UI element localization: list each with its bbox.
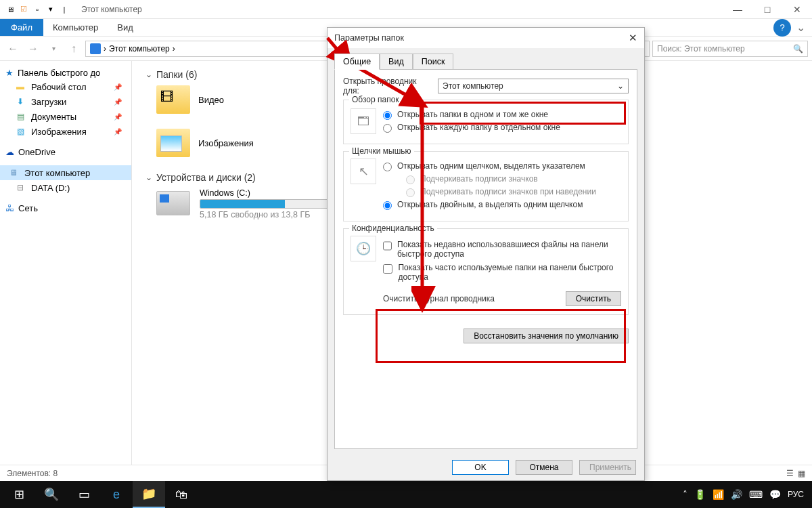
- radio-new-window[interactable]: Открывать каждую папку в отдельном окне: [383, 123, 621, 133]
- sidebar-item-onedrive[interactable]: ☁OneDrive: [0, 146, 131, 158]
- desktop-icon: ▬: [15, 81, 26, 92]
- dialog-close-button[interactable]: ✕: [629, 32, 637, 44]
- radio-input[interactable]: [383, 124, 392, 133]
- radio-label: Открывать одним щелчком, выделять указат…: [397, 161, 585, 171]
- sidebar-item-data[interactable]: ⊟DATA (D:): [0, 180, 131, 195]
- radio-input[interactable]: [383, 163, 392, 171]
- taskview-button[interactable]: ▭: [68, 481, 100, 508]
- drive-info: Windows (C:) 5,18 ГБ свободно из 13,8 ГБ: [200, 188, 335, 219]
- sidebar-item-label: Документы: [31, 112, 76, 122]
- radio-underline-hover: Подчеркивать подписи значков при наведен…: [406, 187, 621, 197]
- folder-icon: ▫: [31, 3, 43, 16]
- ribbon-collapse[interactable]: ? ⌄: [767, 19, 812, 36]
- sidebar-item-downloads[interactable]: ⬇Загрузки📌: [0, 94, 131, 109]
- privacy-group: Конфиденциальность 🕒 Показать недавно ис…: [343, 228, 629, 315]
- onedrive-icon: ☁: [5, 147, 14, 157]
- ribbon-view-tab[interactable]: Вид: [108, 19, 143, 36]
- radio-double-click[interactable]: Открывать двойным, а выделять одним щелч…: [383, 200, 621, 210]
- checkbox-input[interactable]: [383, 240, 392, 251]
- click-legend: Щелчки мышью: [349, 146, 414, 156]
- recent-button[interactable]: ▾: [45, 40, 62, 58]
- sidebar-item-label: Сеть: [18, 203, 38, 213]
- sidebar-item-desktop[interactable]: ▬Рабочий стол📌: [0, 79, 131, 94]
- taskbar: ⊞ 🔍 ▭ e 📁 🛍 ˄ 🔋 📶 🔊 ⌨ 💬 РУС: [0, 481, 812, 508]
- restore-defaults-button[interactable]: Восстановить значения по умолчанию: [464, 329, 629, 343]
- pin-icon: 📌: [114, 83, 122, 91]
- view-switcher: ☰ ▦: [786, 469, 805, 478]
- maximize-button[interactable]: □: [752, 0, 782, 19]
- radio-same-window[interactable]: Открывать папки в одном и том же окне: [383, 110, 621, 120]
- search-button[interactable]: 🔍: [35, 481, 68, 508]
- icons-view-button[interactable]: ▦: [798, 469, 805, 478]
- apply-button[interactable]: Применить: [579, 460, 636, 475]
- cursor-preview-icon: ↖: [351, 158, 376, 184]
- open-for-dropdown[interactable]: Этот компьютер ⌄: [438, 79, 629, 93]
- back-button[interactable]: ←: [4, 40, 22, 58]
- radio-single-click[interactable]: Открывать одним щелчком, выделять указат…: [383, 161, 621, 171]
- ribbon-computer-tab[interactable]: Компьютер: [43, 19, 108, 36]
- clear-history-label: Очистить журнал проводника: [383, 294, 495, 303]
- sidebar-item-thispc[interactable]: 🖥Этот компьютер: [0, 165, 131, 180]
- window-preview-icon: 🗔: [351, 108, 376, 134]
- language-indicator[interactable]: РУС: [788, 490, 804, 499]
- sidebar-item-label: Рабочий стол: [31, 82, 87, 92]
- tray-chevron-icon[interactable]: ˄: [683, 489, 687, 500]
- ribbon-file-tab[interactable]: Файл: [0, 19, 43, 36]
- action-center-icon[interactable]: 💬: [769, 489, 781, 500]
- radio-input: [406, 175, 415, 184]
- forward-button[interactable]: →: [24, 40, 42, 58]
- sidebar-quick-access[interactable]: ★Панель быстрого до: [0, 66, 131, 79]
- clear-button[interactable]: Очистить: [566, 291, 621, 306]
- documents-icon: ▤: [15, 111, 26, 122]
- video-folder-icon: [156, 85, 190, 114]
- details-view-button[interactable]: ☰: [786, 469, 794, 478]
- store-button[interactable]: 🛍: [165, 481, 198, 508]
- pipe-icon: |: [58, 3, 70, 16]
- up-button[interactable]: ↑: [65, 40, 83, 58]
- start-button[interactable]: ⊞: [3, 481, 35, 508]
- checkbox-input[interactable]: [383, 263, 392, 274]
- quick-access-icons: 🖥 ☑ ▫ ▾ |: [0, 3, 74, 16]
- dialog-titlebar[interactable]: Параметры папок ✕: [328, 28, 644, 48]
- volume-icon[interactable]: 🔊: [731, 489, 742, 500]
- breadcrumb-item[interactable]: Этот компьютер: [109, 44, 170, 54]
- minimize-button[interactable]: —: [723, 0, 752, 19]
- chevron-down-icon: ⌄: [617, 81, 624, 91]
- pc-glyph-icon: [90, 43, 101, 54]
- radio-underline-always: Подчеркивать подписи значков: [406, 174, 621, 184]
- cancel-button[interactable]: Отмена: [516, 460, 572, 475]
- sidebar-item-images[interactable]: ▧Изображения📌: [0, 124, 131, 139]
- explorer-button[interactable]: 📁: [133, 481, 165, 508]
- help-icon[interactable]: ?: [773, 19, 791, 37]
- check-icon: ☑: [18, 3, 30, 16]
- open-for-label: Открыть проводник для:: [343, 77, 431, 96]
- tab-search[interactable]: Поиск: [413, 54, 454, 69]
- close-button[interactable]: ✕: [782, 0, 812, 19]
- mouse-clicks-group: Щелчки мышью ↖ Открывать одним щелчком, …: [343, 151, 629, 221]
- browse-folders-group: Обзор папок 🗔 Открывать папки в одном и …: [343, 100, 629, 144]
- drive-icon: ⊟: [15, 182, 26, 193]
- edge-button[interactable]: e: [100, 481, 133, 508]
- checkbox-frequent-folders[interactable]: Показать часто используемые папки на пан…: [383, 263, 621, 282]
- folder-label: Видео: [198, 95, 224, 105]
- keyboard-icon[interactable]: ⌨: [749, 489, 763, 500]
- ok-button[interactable]: OK: [452, 460, 509, 475]
- checkbox-recent-files[interactable]: Показать недавно использовавшиеся файлы …: [383, 240, 621, 259]
- radio-input[interactable]: [383, 111, 392, 120]
- window-titlebar: 🖥 ☑ ▫ ▾ | Этот компьютер — □ ✕: [0, 0, 812, 19]
- images-icon: ▧: [15, 126, 26, 137]
- drive-free-text: 5,18 ГБ свободно из 13,8 ГБ: [200, 210, 335, 219]
- item-count: Элементов: 8: [7, 469, 58, 478]
- privacy-legend: Конфиденциальность: [349, 224, 437, 233]
- sidebar-item-network[interactable]: 🖧Сеть: [0, 202, 131, 215]
- radio-label: Подчеркивать подписи значков: [420, 174, 538, 184]
- radio-input[interactable]: [383, 201, 392, 210]
- tab-view[interactable]: Вид: [380, 54, 413, 69]
- pin-icon: 📌: [114, 98, 122, 106]
- search-input[interactable]: Поиск: Этот компьютер 🔍: [652, 41, 808, 57]
- battery-icon[interactable]: 🔋: [694, 489, 706, 500]
- sidebar-item-documents[interactable]: ▤Документы📌: [0, 109, 131, 124]
- network-tray-icon[interactable]: 📶: [713, 489, 724, 500]
- dialog-title-text: Параметры папок: [334, 33, 404, 43]
- tab-general[interactable]: Общие: [334, 54, 380, 70]
